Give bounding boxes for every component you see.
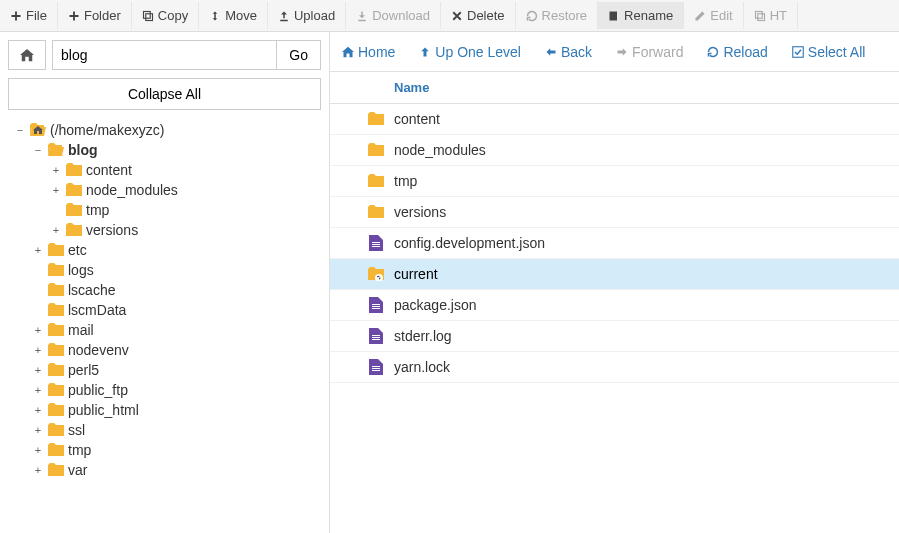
upload-button[interactable]: Upload [268,2,346,29]
collapse-all-button[interactable]: Collapse All [8,78,321,110]
tree-node[interactable]: +public_ftp [14,380,321,400]
restore-button[interactable]: Restore [516,2,599,29]
file-name: content [394,111,440,127]
copy-icon [142,10,154,22]
folder-icon [66,203,82,217]
file-row-icon [366,328,386,344]
tree-toggle[interactable]: + [50,164,62,176]
nav-back-button[interactable]: Back [545,44,592,60]
file-row-icon [366,174,386,188]
tree-node[interactable]: −(/home/makexyzc) [14,120,321,140]
file-icon [369,297,383,313]
file-row[interactable] [330,259,899,290]
tree-node[interactable]: tmp [14,200,321,220]
folder-icon [48,463,64,477]
tree-toggle[interactable]: + [32,344,44,356]
tree-toggle[interactable]: + [50,224,62,236]
file-row[interactable]: yarn.lock [330,352,899,383]
file-row[interactable]: content [330,104,899,135]
tree-node[interactable]: +nodevenv [14,340,321,360]
toolbar-label: Restore [542,8,588,23]
tree-toggle[interactable]: − [32,144,44,156]
nav-reload-button[interactable]: Reload [707,44,767,60]
toolbar-label: File [26,8,47,23]
tree-toggle[interactable]: + [32,444,44,456]
tree-node[interactable]: +ssl [14,420,321,440]
tree-node[interactable]: −blog [14,140,321,160]
tree-node-icon [48,283,64,297]
nav-forward-button[interactable]: Forward [616,44,683,60]
check-icon [792,46,804,58]
folder-tree: −(/home/makexyzc)−blog+content+node_modu… [8,120,321,525]
tree-node[interactable]: logs [14,260,321,280]
file-icon [369,328,383,344]
file-pane: Home Up One Level Back Forward Reload Se… [330,32,899,533]
svg-rect-4 [757,13,764,20]
rename-button[interactable]: Rename [598,2,684,29]
main-area: Go Collapse All −(/home/makexyzc)−blog+c… [0,32,899,533]
tree-node[interactable]: +public_html [14,400,321,420]
home-icon [342,46,354,58]
folder-icon [48,243,64,257]
address-input[interactable] [53,41,276,69]
nav-select-all-button[interactable]: Select All [792,44,866,60]
tree-node-icon [48,443,64,457]
tree-toggle[interactable]: + [32,424,44,436]
tree-node[interactable]: +node_modules [14,180,321,200]
tree-toggle[interactable]: + [32,364,44,376]
toolbar-label: Folder [84,8,121,23]
tree-node[interactable]: lscache [14,280,321,300]
home-button[interactable] [8,40,46,70]
tree-node-icon [66,203,82,217]
tree-toggle[interactable]: + [50,184,62,196]
nav-bar: Home Up One Level Back Forward Reload Se… [330,32,899,72]
nav-home-button[interactable]: Home [342,44,395,60]
new-file-button[interactable]: File [0,2,58,29]
file-row-icon [366,359,386,375]
file-row[interactable]: node_modules [330,135,899,166]
file-name: config.development.json [394,235,545,251]
move-button[interactable]: Move [199,2,268,29]
toolbar-label: Move [225,8,257,23]
tree-toggle[interactable]: − [14,124,26,136]
tree-node[interactable]: +perl5 [14,360,321,380]
tree-node-label: logs [68,262,94,278]
tree-toggle[interactable]: + [32,324,44,336]
toolbar-label: Rename [624,8,673,23]
tree-node-icon [48,423,64,437]
rename-input[interactable] [394,266,594,282]
file-row[interactable]: tmp [330,166,899,197]
file-row[interactable]: config.development.json [330,228,899,259]
tree-node-icon [48,263,64,277]
edit-button[interactable]: Edit [684,2,743,29]
tree-toggle[interactable]: + [32,244,44,256]
tree-node-label: ssl [68,422,85,438]
tree-toggle[interactable]: + [32,464,44,476]
copy-button[interactable]: Copy [132,2,199,29]
rename-icon [608,10,620,22]
tree-node-icon [66,163,82,177]
htaccess-button[interactable]: HT [744,2,798,29]
file-name: tmp [394,173,417,189]
column-name[interactable]: Name [342,80,429,95]
file-row[interactable]: stderr.log [330,321,899,352]
tree-toggle[interactable]: + [32,384,44,396]
tree-node[interactable]: +mail [14,320,321,340]
tree-toggle[interactable]: + [32,404,44,416]
tree-node[interactable]: +tmp [14,440,321,460]
upload-icon [278,10,290,22]
tree-node[interactable]: +etc [14,240,321,260]
go-button[interactable]: Go [276,41,320,69]
delete-button[interactable]: Delete [441,2,516,29]
file-name: yarn.lock [394,359,450,375]
nav-up-button[interactable]: Up One Level [419,44,521,60]
download-button[interactable]: Download [346,2,441,29]
tree-node[interactable]: lscmData [14,300,321,320]
file-row[interactable]: package.json [330,290,899,321]
tree-node[interactable]: +var [14,460,321,480]
file-row[interactable]: versions [330,197,899,228]
new-folder-button[interactable]: Folder [58,2,132,29]
file-list: contentnode_modulestmpversionsconfig.dev… [330,104,899,533]
tree-node[interactable]: +content [14,160,321,180]
tree-node[interactable]: +versions [14,220,321,240]
